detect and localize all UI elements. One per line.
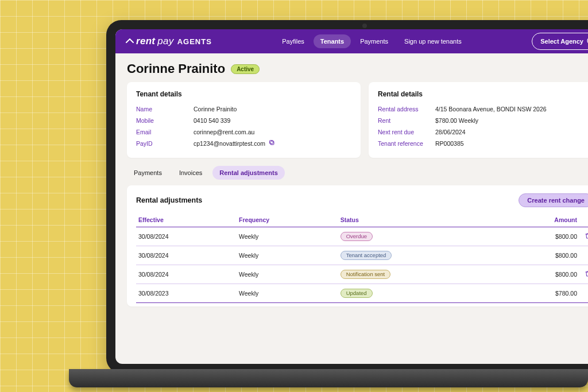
tenant-details-card: Tenant details NameCorinne Prainito Mobi… [127,82,361,158]
logo-agents: AGENTS [177,37,212,46]
rental-details-card: Rental details Rental address4/15 Boonar… [369,82,588,158]
status-badge: Updated [341,289,373,298]
status-badge: Notification sent [341,270,391,279]
panel-head: Rental adjustments Create rent change [136,193,588,207]
tab-invoices[interactable]: Invoices [172,166,209,180]
detail-cards: Tenant details NameCorinne Prainito Mobi… [127,82,588,158]
ref-label: Tenant reference [378,138,435,150]
cell-effective: 30/08/2024 [136,265,237,284]
cell-effective: 30/08/2024 [136,227,237,246]
payid-value: cp1234@novattirptest.com [194,140,265,147]
screen: rentpay AGENTS Payfiles Tenants Payments… [115,29,588,364]
rental-details-heading: Rental details [378,90,588,98]
select-agency-button[interactable]: Select Agency [532,33,588,50]
content: Corinne Prainito Active Tenant details N… [115,53,588,315]
cell-actions [579,284,588,302]
laptop-frame: rentpay AGENTS Payfiles Tenants Payments… [106,20,588,373]
col-amount: Amount [500,213,579,227]
tenant-details-heading: Tenant details [136,90,351,98]
laptop-base [69,369,588,387]
status-badge: Active [231,64,260,74]
ref-value: RP000385 [435,138,464,150]
col-frequency: Frequency [237,213,338,227]
cell-frequency: Weekly [237,227,338,246]
trash-icon[interactable] [585,271,588,278]
cell-status: Tenant accepted [338,246,501,265]
title-row: Corinne Prainito Active [127,61,588,76]
cell-amount: $780.00 [500,284,579,302]
copy-icon[interactable] [269,140,275,147]
cell-actions [579,265,588,284]
select-agency-label: Select Agency [540,38,583,45]
table-row: 30/08/2023WeeklyUpdated$780.00 [136,284,588,302]
cell-amount: $800.00 [500,246,579,265]
cell-actions [579,227,588,246]
svg-rect-2 [270,141,274,145]
cell-effective: 30/08/2023 [136,284,237,302]
tab-rental-adjustments[interactable]: Rental adjustments [212,166,284,180]
logo-rent: rent [136,36,155,47]
camera-dot [362,24,367,28]
cell-frequency: Weekly [237,284,338,302]
email-value: corinnep@rent.com.au [194,127,254,138]
main-nav: Payfiles Tenants Payments Sign up new te… [275,34,469,48]
status-badge: Overdue [341,232,373,241]
cell-status: Notification sent [338,265,501,284]
col-status: Status [338,213,501,227]
panel-title: Rental adjustments [136,196,202,204]
logo-pay: pay [157,36,173,47]
rent-label: Rent [378,115,435,127]
cell-amount: $800.00 [500,227,579,246]
page-title: Corinne Prainito [127,61,225,76]
cell-status: Overdue [338,227,501,246]
nav-signup[interactable]: Sign up new tenants [397,34,469,48]
payid-label: PayID [136,138,194,150]
mobile-value: 0410 540 339 [194,115,230,127]
svg-rect-3 [270,140,273,143]
cell-frequency: Weekly [237,246,338,265]
cell-effective: 30/08/2024 [136,246,237,265]
due-value: 28/06/2024 [435,127,466,138]
nav-tenants[interactable]: Tenants [314,34,351,48]
cell-amount: $800.00 [500,265,579,284]
nav-payfiles[interactable]: Payfiles [275,34,311,48]
address-label: Rental address [378,104,435,115]
trash-icon[interactable] [585,234,588,240]
email-label: Email [136,127,194,138]
tab-payments[interactable]: Payments [127,166,169,180]
tabs: Payments Invoices Rental adjustments [127,166,588,180]
due-label: Next rent due [378,127,435,138]
cell-status: Updated [338,284,501,302]
adjustments-table: Effective Frequency Status Amount 30/08/… [136,213,588,303]
cell-actions [579,246,588,265]
roof-icon [126,35,134,45]
col-actions [579,213,588,227]
rent-value: $780.00 Weekly [435,115,478,127]
mobile-label: Mobile [136,115,194,127]
table-row: 30/08/2024WeeklyNotification sent$800.00 [136,265,588,284]
col-effective: Effective [136,213,237,227]
table-row: 30/08/2024WeeklyOverdue$800.00 [136,227,588,246]
name-label: Name [136,104,194,115]
address-value: 4/15 Boonara Avenue, BONDI NSW 2026 [435,104,547,115]
table-row: 30/08/2024WeeklyTenant accepted$800.00 [136,246,588,265]
nav-payments[interactable]: Payments [353,34,395,48]
adjustments-panel: Rental adjustments Create rent change Ef… [127,185,588,306]
name-value: Corinne Prainito [194,104,237,115]
create-rent-change-button[interactable]: Create rent change [519,193,588,207]
logo: rentpay AGENTS [126,36,212,47]
status-badge: Tenant accepted [341,251,392,260]
topbar: rentpay AGENTS Payfiles Tenants Payments… [115,29,588,53]
cell-frequency: Weekly [237,265,338,284]
